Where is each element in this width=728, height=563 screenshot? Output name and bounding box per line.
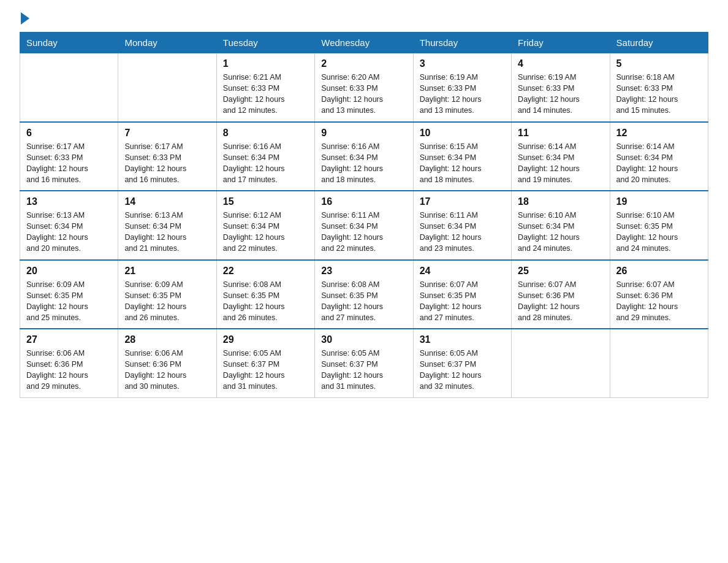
day-number: 7 [124,128,210,139]
day-info: Sunrise: 6:11 AMSunset: 6:34 PMDaylight:… [420,210,505,255]
calendar-cell: 22Sunrise: 6:08 AMSunset: 6:35 PMDayligh… [216,260,314,329]
calendar-cell: 24Sunrise: 6:07 AMSunset: 6:35 PMDayligh… [413,260,511,329]
day-number: 24 [420,266,505,277]
calendar-cell: 8Sunrise: 6:16 AMSunset: 6:34 PMDaylight… [216,122,314,191]
day-info: Sunrise: 6:07 AMSunset: 6:35 PMDaylight:… [420,279,505,324]
calendar-cell: 14Sunrise: 6:13 AMSunset: 6:34 PMDayligh… [118,191,216,260]
day-info: Sunrise: 6:18 AMSunset: 6:33 PMDaylight:… [616,72,702,117]
calendar-cell: 10Sunrise: 6:15 AMSunset: 6:34 PMDayligh… [413,122,511,191]
day-info: Sunrise: 6:12 AMSunset: 6:34 PMDaylight:… [223,210,308,255]
column-header-thursday: Thursday [413,33,511,53]
day-info: Sunrise: 6:14 AMSunset: 6:34 PMDaylight:… [616,141,702,186]
day-number: 30 [321,334,406,345]
day-info: Sunrise: 6:20 AMSunset: 6:33 PMDaylight:… [321,72,406,117]
day-info: Sunrise: 6:21 AMSunset: 6:33 PMDaylight:… [223,72,308,117]
column-header-sunday: Sunday [20,33,118,53]
calendar-cell: 2Sunrise: 6:20 AMSunset: 6:33 PMDaylight… [315,53,413,122]
calendar-cell: 12Sunrise: 6:14 AMSunset: 6:34 PMDayligh… [610,122,708,191]
day-number: 13 [26,196,112,207]
calendar-cell: 6Sunrise: 6:17 AMSunset: 6:33 PMDaylight… [20,122,118,191]
day-info: Sunrise: 6:13 AMSunset: 6:34 PMDaylight:… [124,210,210,255]
day-info: Sunrise: 6:17 AMSunset: 6:33 PMDaylight:… [26,141,112,186]
day-info: Sunrise: 6:07 AMSunset: 6:36 PMDaylight:… [616,279,702,324]
calendar-cell: 1Sunrise: 6:21 AMSunset: 6:33 PMDaylight… [216,53,314,122]
day-number: 16 [321,196,406,207]
day-number: 9 [321,128,406,139]
day-info: Sunrise: 6:17 AMSunset: 6:33 PMDaylight:… [124,141,210,186]
day-info: Sunrise: 6:14 AMSunset: 6:34 PMDaylight:… [518,141,603,186]
day-number: 2 [321,58,406,69]
day-info: Sunrise: 6:08 AMSunset: 6:35 PMDaylight:… [223,279,308,324]
day-number: 21 [124,266,210,277]
day-info: Sunrise: 6:09 AMSunset: 6:35 PMDaylight:… [26,279,112,324]
day-number: 28 [124,334,210,345]
calendar-week-row: 1Sunrise: 6:21 AMSunset: 6:33 PMDaylight… [20,53,708,122]
day-info: Sunrise: 6:10 AMSunset: 6:34 PMDaylight:… [518,210,603,255]
day-number: 23 [321,266,406,277]
day-info: Sunrise: 6:16 AMSunset: 6:34 PMDaylight:… [223,141,308,186]
calendar-header-row: SundayMondayTuesdayWednesdayThursdayFrid… [20,33,708,53]
day-number: 22 [223,266,308,277]
calendar-cell [610,329,708,397]
day-number: 8 [223,128,308,139]
calendar-cell: 19Sunrise: 6:10 AMSunset: 6:35 PMDayligh… [610,191,708,260]
calendar-cell: 13Sunrise: 6:13 AMSunset: 6:34 PMDayligh… [20,191,118,260]
day-info: Sunrise: 6:06 AMSunset: 6:36 PMDaylight:… [26,348,112,393]
calendar-cell: 15Sunrise: 6:12 AMSunset: 6:34 PMDayligh… [216,191,314,260]
day-info: Sunrise: 6:16 AMSunset: 6:34 PMDaylight:… [321,141,406,186]
day-info: Sunrise: 6:05 AMSunset: 6:37 PMDaylight:… [321,348,406,393]
day-number: 31 [420,334,505,345]
day-number: 5 [616,58,702,69]
column-header-saturday: Saturday [610,33,708,53]
day-info: Sunrise: 6:07 AMSunset: 6:36 PMDaylight:… [518,279,603,324]
calendar-week-row: 20Sunrise: 6:09 AMSunset: 6:35 PMDayligh… [20,260,708,329]
page-header [20,15,708,25]
calendar-cell: 20Sunrise: 6:09 AMSunset: 6:35 PMDayligh… [20,260,118,329]
day-number: 6 [26,128,112,139]
calendar-cell: 5Sunrise: 6:18 AMSunset: 6:33 PMDaylight… [610,53,708,122]
calendar-cell: 31Sunrise: 6:05 AMSunset: 6:37 PMDayligh… [413,329,511,397]
day-number: 25 [518,266,603,277]
day-info: Sunrise: 6:19 AMSunset: 6:33 PMDaylight:… [420,72,505,117]
column-header-tuesday: Tuesday [216,33,314,53]
column-header-monday: Monday [118,33,216,53]
calendar-cell: 21Sunrise: 6:09 AMSunset: 6:35 PMDayligh… [118,260,216,329]
calendar-week-row: 27Sunrise: 6:06 AMSunset: 6:36 PMDayligh… [20,329,708,397]
day-info: Sunrise: 6:05 AMSunset: 6:37 PMDaylight:… [223,348,308,393]
day-number: 1 [223,58,308,69]
calendar-cell: 25Sunrise: 6:07 AMSunset: 6:36 PMDayligh… [512,260,610,329]
calendar-cell [20,53,118,122]
calendar-cell: 9Sunrise: 6:16 AMSunset: 6:34 PMDaylight… [315,122,413,191]
day-info: Sunrise: 6:10 AMSunset: 6:35 PMDaylight:… [616,210,702,255]
day-info: Sunrise: 6:06 AMSunset: 6:36 PMDaylight:… [124,348,210,393]
column-header-friday: Friday [512,33,610,53]
calendar-cell: 11Sunrise: 6:14 AMSunset: 6:34 PMDayligh… [512,122,610,191]
day-number: 18 [518,196,603,207]
day-info: Sunrise: 6:09 AMSunset: 6:35 PMDaylight:… [124,279,210,324]
calendar-cell: 18Sunrise: 6:10 AMSunset: 6:34 PMDayligh… [512,191,610,260]
calendar-cell: 16Sunrise: 6:11 AMSunset: 6:34 PMDayligh… [315,191,413,260]
calendar-cell: 30Sunrise: 6:05 AMSunset: 6:37 PMDayligh… [315,329,413,397]
calendar-cell: 29Sunrise: 6:05 AMSunset: 6:37 PMDayligh… [216,329,314,397]
column-header-wednesday: Wednesday [315,33,413,53]
calendar-cell [512,329,610,397]
calendar-cell: 28Sunrise: 6:06 AMSunset: 6:36 PMDayligh… [118,329,216,397]
day-number: 15 [223,196,308,207]
day-number: 3 [420,58,505,69]
day-number: 26 [616,266,702,277]
calendar-week-row: 6Sunrise: 6:17 AMSunset: 6:33 PMDaylight… [20,122,708,191]
calendar-cell: 27Sunrise: 6:06 AMSunset: 6:36 PMDayligh… [20,329,118,397]
day-number: 29 [223,334,308,345]
day-info: Sunrise: 6:05 AMSunset: 6:37 PMDaylight:… [420,348,505,393]
day-number: 14 [124,196,210,207]
day-info: Sunrise: 6:15 AMSunset: 6:34 PMDaylight:… [420,141,505,186]
day-number: 20 [26,266,112,277]
calendar-cell: 7Sunrise: 6:17 AMSunset: 6:33 PMDaylight… [118,122,216,191]
day-number: 17 [420,196,505,207]
day-info: Sunrise: 6:11 AMSunset: 6:34 PMDaylight:… [321,210,406,255]
calendar-cell: 3Sunrise: 6:19 AMSunset: 6:33 PMDaylight… [413,53,511,122]
calendar-cell [118,53,216,122]
calendar-cell: 4Sunrise: 6:19 AMSunset: 6:33 PMDaylight… [512,53,610,122]
day-number: 10 [420,128,505,139]
day-info: Sunrise: 6:08 AMSunset: 6:35 PMDaylight:… [321,279,406,324]
